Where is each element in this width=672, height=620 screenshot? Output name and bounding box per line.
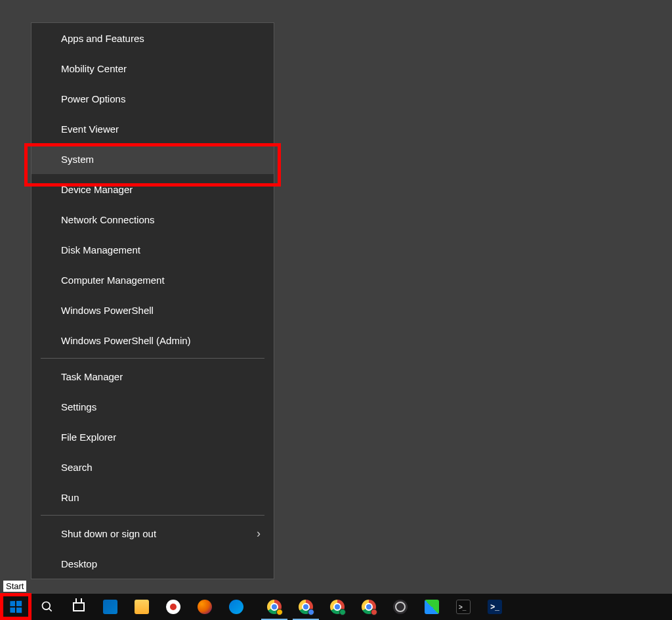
windows-logo-icon — [8, 599, 24, 615]
taskbar-winscp[interactable] — [416, 594, 448, 620]
menu-item-windows-powershell[interactable]: Windows PowerShell — [32, 295, 274, 325]
taskbar-start[interactable] — [0, 594, 32, 620]
menu-item-apps-and-features[interactable]: Apps and Features — [32, 23, 274, 53]
snagit-icon — [165, 599, 181, 615]
menu-item-search[interactable]: Search — [32, 452, 274, 482]
taskbar-task-view[interactable] — [63, 594, 94, 620]
menu-item-network-connections[interactable]: Network Connections — [32, 204, 274, 234]
menu-item-label: Computer Management — [61, 275, 165, 286]
menu-item-task-manager[interactable]: Task Manager — [32, 361, 274, 391]
menu-item-label: Search — [61, 462, 93, 473]
menu-item-settings[interactable]: Settings — [32, 391, 274, 422]
menu-item-device-manager[interactable]: Device Manager — [32, 174, 274, 204]
chrome-icon — [361, 599, 377, 615]
menu-item-label: Mobility Center — [61, 63, 127, 74]
menu-item-label: Desktop — [61, 558, 97, 569]
menu-separator — [41, 358, 264, 359]
taskbar-chrome-2[interactable] — [290, 594, 322, 620]
cmd-icon: >_ — [455, 599, 471, 615]
task-view-icon — [71, 599, 87, 615]
menu-item-label: Disk Management — [61, 244, 140, 255]
menu-item-label: System — [61, 154, 94, 165]
file-explorer-icon — [134, 599, 150, 615]
menu-item-label: Settings — [61, 401, 96, 412]
menu-item-event-viewer[interactable]: Event Viewer — [32, 114, 274, 144]
taskbar: >_>_ — [0, 594, 672, 620]
firefox-icon — [197, 599, 213, 615]
menu-separator — [41, 515, 264, 516]
menu-item-label: Network Connections — [61, 214, 155, 225]
menu-item-computer-management[interactable]: Computer Management — [32, 265, 274, 295]
menu-item-label: Apps and Features — [61, 33, 144, 44]
edge-icon — [228, 599, 244, 615]
menu-item-shut-down-or-sign-out[interactable]: Shut down or sign out› — [32, 518, 274, 548]
taskbar-powershell[interactable]: >_ — [479, 594, 511, 620]
menu-item-file-explorer[interactable]: File Explorer — [32, 422, 274, 452]
taskbar-snagit[interactable] — [158, 594, 189, 620]
menu-item-label: Task Manager — [61, 371, 123, 382]
menu-item-power-options[interactable]: Power Options — [32, 83, 274, 114]
chrome-icon — [266, 599, 282, 615]
winx-context-menu: Apps and FeaturesMobility CenterPower Op… — [31, 22, 274, 579]
menu-item-windows-powershell-admin-[interactable]: Windows PowerShell (Admin) — [32, 325, 274, 355]
taskbar-chrome-1[interactable] — [259, 594, 290, 620]
menu-item-label: Windows PowerShell (Admin) — [61, 335, 191, 346]
chrome-icon — [329, 599, 345, 615]
menu-item-label: Shut down or sign out — [61, 528, 156, 539]
menu-item-disk-management[interactable]: Disk Management — [32, 234, 274, 265]
taskbar-chrome-4[interactable] — [353, 594, 385, 620]
obs-icon — [392, 599, 408, 615]
menu-item-run[interactable]: Run — [32, 482, 274, 512]
taskbar-chrome-3[interactable] — [322, 594, 353, 620]
taskbar-edge[interactable] — [220, 594, 252, 620]
taskbar-firefox[interactable] — [189, 594, 220, 620]
taskbar-file-explorer[interactable] — [126, 594, 158, 620]
taskbar-vscode[interactable] — [94, 594, 126, 620]
vscode-icon — [102, 599, 118, 615]
powershell-icon: >_ — [487, 599, 503, 615]
chevron-right-icon: › — [257, 527, 261, 541]
svg-point-0 — [43, 602, 51, 610]
menu-item-label: Run — [61, 492, 79, 503]
menu-item-label: Device Manager — [61, 184, 133, 195]
winscp-icon — [424, 599, 440, 615]
menu-item-label: Event Viewer — [61, 123, 119, 135]
menu-item-desktop[interactable]: Desktop — [32, 548, 274, 579]
taskbar-cmd[interactable]: >_ — [448, 594, 479, 620]
start-tooltip: Start — [3, 581, 26, 592]
menu-item-label: Windows PowerShell — [61, 305, 154, 316]
svg-line-1 — [49, 609, 52, 611]
menu-item-label: File Explorer — [61, 432, 116, 443]
taskbar-obs[interactable] — [385, 594, 416, 620]
chrome-icon — [298, 599, 314, 615]
search-icon — [39, 599, 55, 615]
taskbar-search[interactable] — [32, 594, 63, 620]
menu-item-label: Power Options — [61, 93, 125, 104]
menu-item-mobility-center[interactable]: Mobility Center — [32, 53, 274, 83]
menu-item-system[interactable]: System — [32, 144, 274, 174]
